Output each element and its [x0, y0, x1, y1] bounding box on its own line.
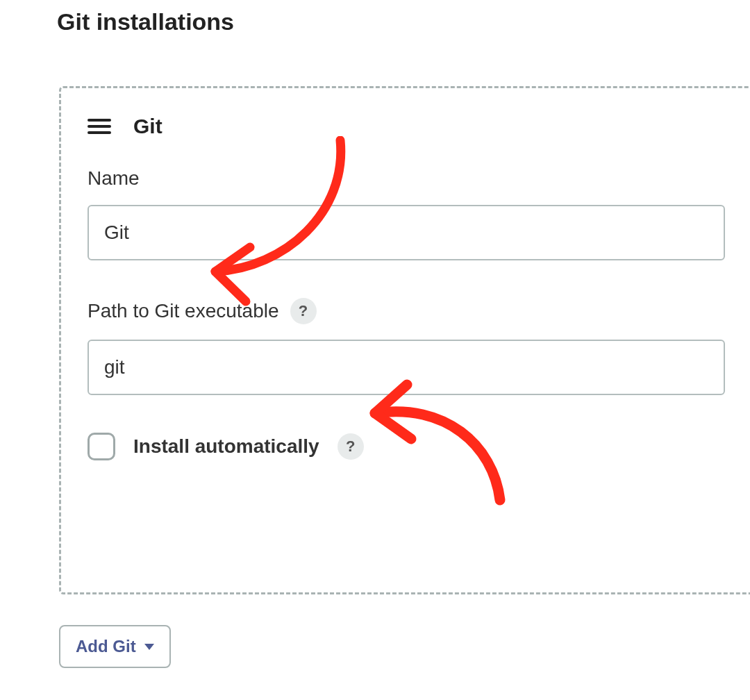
entry-header: Git	[88, 115, 725, 138]
path-field-group: Path to Git executable ?	[88, 298, 725, 395]
entry-title: Git	[133, 115, 162, 138]
path-label-row: Path to Git executable ?	[88, 298, 725, 324]
help-icon[interactable]: ?	[338, 433, 364, 460]
path-input[interactable]	[88, 340, 725, 395]
install-auto-row: Install automatically ?	[88, 433, 725, 460]
drag-handle-icon[interactable]	[88, 119, 111, 134]
help-icon[interactable]: ?	[290, 298, 317, 324]
section-title: Git installations	[57, 8, 234, 35]
name-input[interactable]	[88, 205, 725, 260]
install-auto-checkbox[interactable]	[88, 433, 115, 460]
install-auto-label: Install automatically	[133, 435, 319, 458]
path-label: Path to Git executable	[88, 300, 279, 322]
add-git-button[interactable]: Add Git	[59, 625, 171, 668]
name-label: Name	[88, 167, 725, 190]
caret-down-icon	[144, 644, 154, 650]
add-git-label: Add Git	[76, 637, 136, 656]
name-field-group: Name	[88, 167, 725, 260]
git-installation-panel: Git Name Path to Git executable ? Instal…	[59, 86, 750, 594]
